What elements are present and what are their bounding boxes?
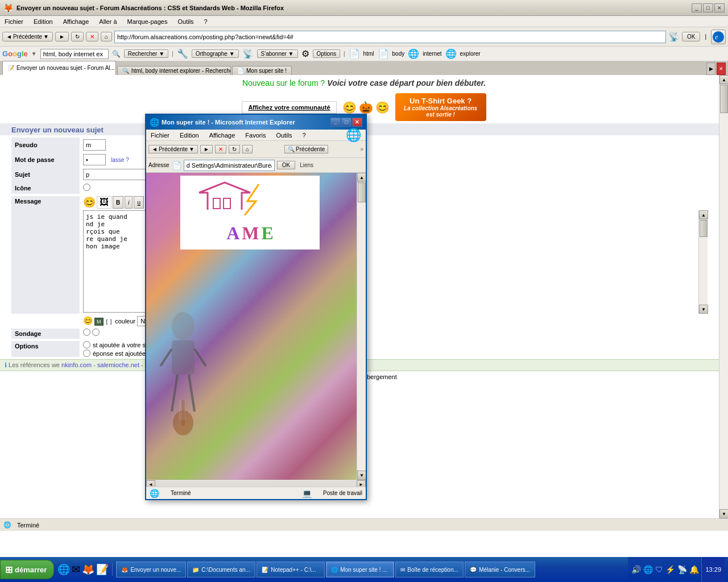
tray-icon-4[interactable]: ⚡ (665, 565, 675, 574)
ie-menu-favoris[interactable]: Favoris (243, 131, 268, 139)
firefox-minimize-btn[interactable]: _ (692, 3, 702, 13)
ql-email-icon[interactable]: ✉ (72, 563, 80, 576)
option2-radio[interactable] (83, 350, 90, 357)
forward-button[interactable]: ► (55, 32, 69, 41)
svg-rect-1 (224, 198, 230, 209)
ie-scroll-down[interactable]: ▼ (357, 471, 366, 480)
message-label: Message (11, 196, 80, 314)
ref-link-2[interactable]: salemioche.net (97, 361, 139, 368)
address-bar[interactable] (114, 31, 666, 43)
stop-button[interactable]: ✕ (86, 32, 98, 41)
underline-btn[interactable]: u (134, 196, 144, 209)
textarea-scrollbar[interactable]: ▲ ▼ (698, 210, 708, 314)
ie-page-content: A M E (146, 173, 366, 480)
ie-home-btn[interactable]: ⌂ (242, 145, 253, 153)
menu-aller-a[interactable]: Aller à (97, 18, 119, 26)
taskbar-item-chat[interactable]: 💬 Mélanie - Convers... (465, 562, 535, 577)
svg-rect-3 (172, 340, 195, 375)
pseudo-input[interactable] (83, 139, 106, 151)
spell-btn[interactable]: Orthographe ▼ (192, 49, 239, 58)
sondage-radio-yes[interactable] (83, 329, 90, 336)
m-button[interactable]: M (94, 318, 104, 326)
google-search-btn[interactable]: Rechercher ▼ (124, 49, 168, 58)
scroll-tabs-right[interactable]: ▶ (706, 63, 715, 75)
scroll-up[interactable]: ▲ (719, 75, 728, 84)
ie-go-btn[interactable]: OK (277, 161, 295, 169)
ql-notepad-icon[interactable]: 📝 (96, 563, 109, 576)
tab-google[interactable]: 🔍 html, body internet explorer - Recherc… (117, 66, 231, 75)
password-input[interactable] (83, 154, 106, 165)
taskbar-item-ie[interactable]: 🌐 Mon super site ! ... (326, 562, 394, 577)
taskbar-item-firefox[interactable]: 🦊 Envoyer un nouve... (116, 562, 186, 577)
ie-menu-fichier[interactable]: Fichier (148, 131, 172, 139)
rss-icon: 📡 (242, 48, 254, 59)
ie-scroll-up[interactable]: ▲ (357, 173, 366, 182)
google-search-input[interactable] (40, 49, 109, 59)
ie-scroll-thumb-v[interactable] (358, 182, 366, 202)
forgot-password-link[interactable]: lasse ? (111, 157, 129, 163)
ta-scroll-thumb[interactable] (700, 220, 708, 237)
ie-refresh-btn[interactable]: ↻ (229, 145, 240, 153)
ta-scroll-up[interactable]: ▲ (699, 210, 708, 219)
menu-marque-pages[interactable]: Marque-pages (125, 18, 170, 26)
smiley-btn[interactable]: 😊 (83, 196, 96, 209)
ie-maximize-btn[interactable]: □ (341, 118, 351, 127)
bold-btn[interactable]: B (113, 196, 123, 209)
sondage-radio-no[interactable] (92, 329, 100, 336)
ql-ie-icon[interactable]: 🌐 (57, 563, 70, 576)
tray-icon-1[interactable]: 🔊 (631, 565, 641, 574)
ql-firefox-icon[interactable]: 🦊 (82, 563, 94, 576)
ie-minimize-btn[interactable]: _ (330, 118, 341, 127)
ie-menu-help[interactable]: ? (300, 131, 308, 139)
forum-welcome-msg: Nouveau sur le forum ? Voici votre case … (0, 75, 728, 91)
icone-radio[interactable] (83, 184, 90, 191)
options-btn[interactable]: Options (313, 49, 340, 58)
ie-menu-edition[interactable]: Edition (177, 131, 201, 139)
tray-icon-2[interactable]: 🌐 (643, 565, 653, 574)
menu-affichage[interactable]: Affichage (61, 18, 92, 26)
close-window-btn[interactable]: ✕ (717, 63, 726, 75)
robot-svg (155, 309, 212, 451)
firefox-maximize-btn[interactable]: □ (703, 3, 713, 13)
ie-favicon: 🌐 (150, 118, 159, 127)
scroll-down[interactable]: ▼ (719, 509, 728, 518)
ie-close-btn[interactable]: ✕ (352, 118, 362, 127)
taskbar-item-explorer[interactable]: 📁 C:\Documents an... (187, 562, 255, 577)
subscribe-btn[interactable]: S'abonner ▼ (257, 49, 298, 58)
firefox-scrollbar[interactable]: ▲ ▼ (719, 75, 728, 518)
taskbar-item-notepad[interactable]: 📝 Notepad++ - C:\... (257, 562, 325, 577)
firefox-close-btn[interactable]: ✕ (714, 3, 725, 13)
ie-back-btn[interactable]: ◄ Précédente ▼ (148, 145, 198, 153)
home-button[interactable]: ⌂ (101, 32, 112, 41)
ie-menu-outils[interactable]: Outils (274, 131, 294, 139)
ie-statusbar: 🌐 Terminé 💻 Poste de travail (146, 487, 366, 499)
back-button[interactable]: ◄ Précédente ▼ (2, 32, 53, 41)
option1-radio[interactable] (83, 341, 90, 348)
menu-edition[interactable]: Edition (31, 18, 55, 26)
taskbar-item-mail[interactable]: ✉ Boîte de réception... (395, 562, 464, 577)
menu-help[interactable]: ? (202, 18, 210, 26)
go-button[interactable]: OK (682, 32, 700, 41)
italic-btn[interactable]: i (125, 196, 133, 209)
explorer-label: explorer (460, 51, 481, 57)
ie-scrollbar-v[interactable]: ▲ ▼ (357, 173, 366, 480)
img-btn[interactable]: 🖼 (97, 196, 111, 209)
ie-address-input[interactable] (184, 160, 275, 171)
ie-forward-btn[interactable]: ► (200, 145, 213, 153)
ie-menu-affichage[interactable]: Affichage (207, 131, 238, 139)
ref-link-1[interactable]: nkinfo.com (61, 361, 92, 368)
google-search-icon[interactable]: 🔍 (112, 50, 121, 58)
ie-stop-btn[interactable]: ✕ (215, 145, 226, 153)
scroll-thumb[interactable] (720, 85, 728, 113)
ie-search-btn[interactable]: 🔍 Précédente (284, 145, 328, 153)
refresh-button[interactable]: ↻ (71, 32, 84, 41)
taskbar-clock: 13:29 (705, 566, 721, 573)
start-button[interactable]: ⊞ démarrer (0, 560, 54, 579)
tab-supersite[interactable]: 📄 Mon super site ! (232, 66, 292, 75)
tab-forum[interactable]: 📝 Envoyer un nouveau sujet - Forum Al...… (2, 61, 116, 75)
ta-scroll-down[interactable]: ▼ (699, 305, 708, 314)
firefox-menubar: Fichier Edition Affichage Aller à Marque… (0, 16, 728, 27)
menu-outils[interactable]: Outils (175, 18, 196, 26)
menu-fichier[interactable]: Fichier (2, 18, 26, 26)
tray-icon-3[interactable]: 🛡 (655, 565, 663, 574)
